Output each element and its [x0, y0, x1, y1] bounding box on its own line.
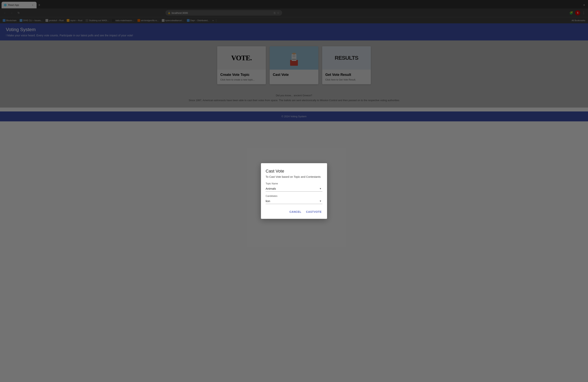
candidates-group: Candidates lion tiger elephant ▼ — [266, 195, 322, 204]
candidates-label: Candidates — [266, 195, 322, 197]
castvote-button[interactable]: CASTVOTE — [305, 209, 322, 215]
cast-vote-modal: Cast Vote To Cast Vote based on Topic an… — [261, 163, 327, 219]
topic-select-wrapper: Animals Other ▼ — [266, 186, 322, 191]
topic-name-label: Topic Name — [266, 182, 322, 185]
modal-actions: CANCEL CASTVOTE — [266, 209, 322, 215]
page-wrapper: Voting System ! Make your voice heard. E… — [0, 23, 588, 382]
topic-name-select[interactable]: Animals Other — [266, 186, 322, 191]
candidates-select[interactable]: lion tiger elephant — [266, 198, 322, 204]
candidates-select-wrapper: lion tiger elephant ▼ — [266, 198, 322, 204]
modal-overlay: Cast Vote To Cast Vote based on Topic an… — [0, 0, 588, 382]
cancel-button[interactable]: CANCEL — [289, 209, 302, 215]
modal-subtitle: To Cast Vote based on Topic and Contesta… — [266, 175, 322, 178]
topic-name-group: Topic Name Animals Other ▼ — [266, 182, 322, 191]
modal-title: Cast Vote — [266, 169, 322, 174]
